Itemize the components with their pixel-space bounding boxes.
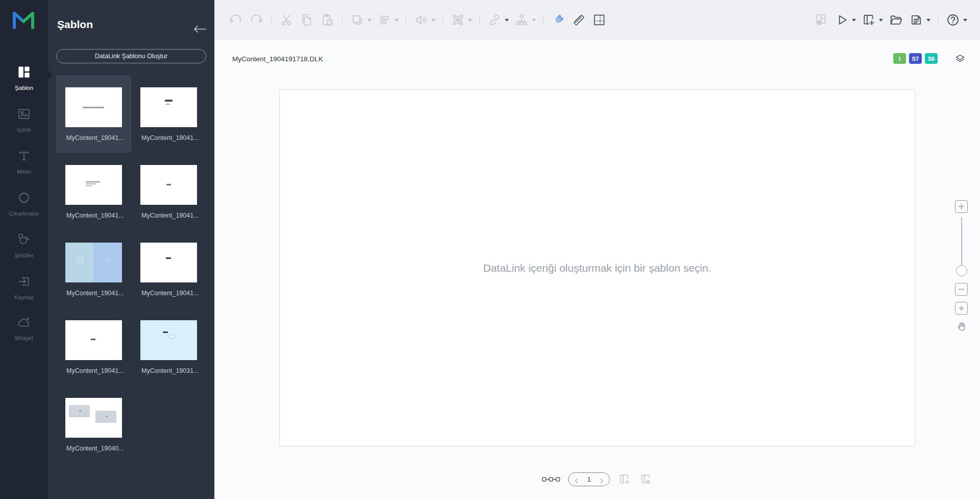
template-thumbnail [65, 243, 122, 282]
main-area: MyContent_1904191718.DLK I S7 S6 DataLin… [214, 0, 980, 499]
template-label: MyContent_19041... [66, 367, 124, 374]
next-page-button[interactable] [599, 477, 604, 482]
cut-scissors-icon [279, 12, 294, 28]
template-item[interactable]: MyContent_19041... [56, 75, 131, 153]
template-icon [16, 64, 32, 80]
linked-pages-button[interactable] [542, 475, 560, 484]
toolbar-divider [406, 15, 406, 25]
toolbar-left-group [226, 0, 609, 40]
template-label: MyContent_19041... [141, 134, 199, 141]
create-datalink-template-button[interactable]: DataLink Şablonu Oluştur [56, 49, 206, 63]
page-navigator: 1 [568, 472, 610, 486]
hierarchy-button[interactable] [513, 11, 537, 29]
previous-page-button[interactable] [574, 477, 579, 482]
sticker-badge-icon [16, 190, 32, 205]
group-objects-icon [350, 12, 365, 28]
widget-cloud-icon [16, 315, 32, 330]
sidebar-item-label: Kaynak [0, 294, 48, 300]
sidebar-item-icerik[interactable]: İçerik [0, 106, 48, 133]
undo-icon [228, 12, 243, 28]
layers-icon [953, 52, 967, 65]
ruler-button[interactable] [570, 11, 587, 29]
template-item[interactable]: MyContent_19041... [56, 308, 131, 386]
undo-button[interactable] [227, 11, 244, 29]
toolbar-divider [342, 15, 342, 25]
sidebar-item-sekiller[interactable]: Şekiller [0, 232, 48, 258]
page-m-icon [639, 472, 653, 486]
dropdown-caret-icon [852, 19, 856, 21]
media-icon [16, 106, 32, 122]
template-item[interactable]: MyContent_19041... [131, 153, 206, 230]
template-label: MyContent_19040... [66, 445, 124, 452]
template-panel: Şablon DataLink Şablonu Oluştur MyConten… [48, 0, 214, 499]
collapse-panel-button[interactable] [193, 23, 207, 35]
template-item[interactable]: MyContent_19041... [131, 230, 206, 308]
align-button[interactable] [376, 11, 400, 29]
sidebar-item-metin[interactable]: Metin [0, 148, 48, 175]
toolbar-divider [543, 15, 544, 25]
play-preview-button[interactable] [833, 11, 857, 29]
zoom-slider-handle[interactable] [956, 265, 967, 276]
cut-button[interactable] [278, 11, 295, 29]
hierarchy-icon [514, 12, 529, 28]
add-page-icon [618, 472, 631, 486]
template-item[interactable]: MyContent_19031... [131, 308, 206, 386]
template-thumbnail [140, 87, 197, 127]
zoom-slider-track[interactable] [961, 217, 962, 268]
status-badge: S7 [909, 53, 922, 64]
toolbar-divider [443, 15, 443, 25]
template-item[interactable]: MyContent_19041... [56, 153, 131, 230]
copy-button[interactable] [298, 11, 315, 29]
active-item-pointer [47, 69, 53, 80]
save-file-button[interactable] [908, 11, 932, 29]
new-page-button[interactable] [860, 11, 884, 29]
media-page-button[interactable] [639, 472, 653, 486]
app-logo-icon[interactable] [12, 9, 35, 30]
sidebar-item-kaynak[interactable]: Kaynak [0, 274, 48, 300]
template-thumbnail [140, 243, 197, 282]
template-settings-icon [814, 12, 829, 28]
dropdown-caret-icon [431, 19, 435, 21]
layers-button[interactable] [953, 52, 967, 65]
redo-button[interactable] [248, 11, 265, 29]
status-badge: I [893, 53, 906, 64]
open-file-button[interactable] [887, 11, 904, 29]
transform-button[interactable] [449, 11, 473, 29]
sidebar-item-sablon[interactable]: Şablon [0, 64, 48, 91]
table-grid-button[interactable] [591, 11, 608, 29]
add-page-bottom-button[interactable] [618, 472, 631, 486]
template-label: MyContent_19041... [141, 290, 199, 297]
sidebar-item-cikartmalar[interactable]: Çıkartmalar [0, 190, 48, 217]
page-bar: 1 [279, 470, 915, 488]
template-item[interactable]: MyContent_19040... [56, 386, 131, 463]
help-button[interactable] [944, 11, 968, 29]
group-objects-button[interactable] [349, 11, 373, 29]
status-badge: S6 [925, 53, 938, 64]
pan-hand-button[interactable] [955, 320, 968, 333]
speaker-icon [413, 12, 429, 28]
toolbar [214, 0, 980, 40]
sidebar-item-widget[interactable]: Widget [0, 315, 48, 341]
zoom-in-button[interactable] [955, 200, 968, 213]
template-settings-button[interactable] [813, 11, 830, 29]
zoom-out-button[interactable] [955, 283, 968, 296]
template-label: MyContent_19041... [66, 290, 124, 297]
template-label: MyContent_19031... [141, 367, 199, 374]
fit-to-screen-button[interactable] [955, 302, 968, 315]
page-number[interactable]: 1 [587, 476, 591, 483]
editor-canvas[interactable]: DataLink içeriği oluşturmak için bir şab… [279, 89, 915, 446]
magnet-icon [551, 12, 566, 28]
template-item[interactable]: MyContent_19041... [131, 75, 206, 153]
redo-icon [249, 12, 264, 28]
chevron-right-icon [599, 478, 604, 484]
snap-magnet-toggle[interactable] [550, 11, 567, 29]
link-button[interactable] [486, 11, 510, 29]
template-item[interactable]: MyContent_19041... [56, 230, 131, 308]
paste-button[interactable] [318, 11, 336, 29]
align-icon [377, 12, 392, 28]
template-thumbnail [140, 320, 197, 360]
dropdown-caret-icon [468, 19, 472, 21]
audio-button[interactable] [412, 11, 436, 29]
dropdown-caret-icon [879, 19, 883, 21]
table-grid-icon [592, 12, 607, 28]
